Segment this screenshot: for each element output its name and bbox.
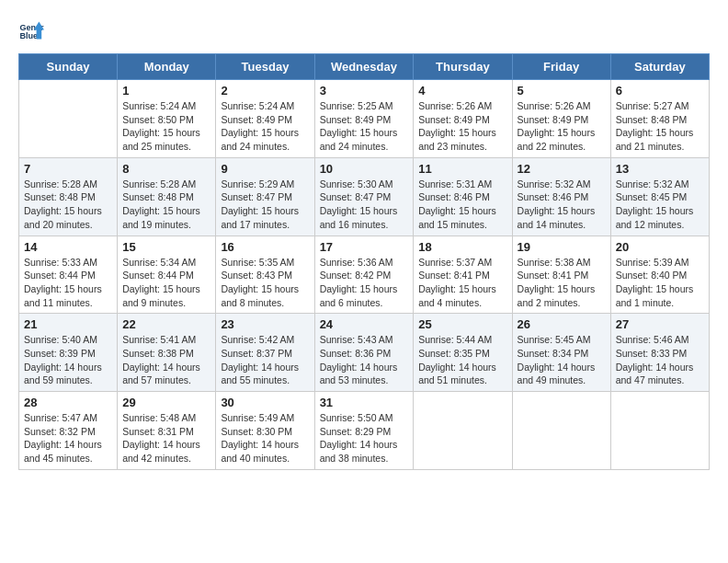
calendar-cell: 25Sunrise: 5:44 AM Sunset: 8:35 PM Dayli… <box>414 314 512 392</box>
calendar-cell: 13Sunrise: 5:32 AM Sunset: 8:45 PM Dayli… <box>610 157 709 236</box>
calendar-week-row: 7Sunrise: 5:28 AM Sunset: 8:48 PM Daylig… <box>19 157 710 236</box>
day-info: Sunrise: 5:41 AM Sunset: 8:38 PM Dayligh… <box>122 333 210 387</box>
day-info: Sunrise: 5:39 AM Sunset: 8:40 PM Dayligh… <box>616 256 704 310</box>
day-number: 14 <box>24 240 112 254</box>
calendar-week-row: 28Sunrise: 5:47 AM Sunset: 8:32 PM Dayli… <box>19 392 710 470</box>
header-area: General Blue <box>18 18 710 44</box>
day-number: 29 <box>122 396 210 409</box>
day-number: 8 <box>122 162 210 176</box>
day-info: Sunrise: 5:42 AM Sunset: 8:37 PM Dayligh… <box>221 333 309 387</box>
day-number: 18 <box>418 240 506 254</box>
calendar-week-row: 21Sunrise: 5:40 AM Sunset: 8:39 PM Dayli… <box>19 314 710 392</box>
calendar-cell: 15Sunrise: 5:34 AM Sunset: 8:44 PM Dayli… <box>118 236 216 314</box>
day-number: 27 <box>616 317 704 331</box>
calendar-cell: 31Sunrise: 5:50 AM Sunset: 8:29 PM Dayli… <box>314 392 414 470</box>
day-info: Sunrise: 5:49 AM Sunset: 8:30 PM Dayligh… <box>221 411 309 465</box>
day-info: Sunrise: 5:40 AM Sunset: 8:39 PM Dayligh… <box>24 333 112 387</box>
day-info: Sunrise: 5:30 AM Sunset: 8:47 PM Dayligh… <box>320 178 409 232</box>
weekday-header-wednesday: Wednesday <box>314 54 414 80</box>
day-info: Sunrise: 5:34 AM Sunset: 8:44 PM Dayligh… <box>122 256 210 310</box>
day-number: 12 <box>518 162 606 176</box>
day-number: 10 <box>320 162 409 176</box>
calendar-cell: 28Sunrise: 5:47 AM Sunset: 8:32 PM Dayli… <box>19 392 118 470</box>
day-info: Sunrise: 5:47 AM Sunset: 8:32 PM Dayligh… <box>24 411 112 465</box>
day-number: 11 <box>418 162 506 176</box>
day-info: Sunrise: 5:31 AM Sunset: 8:46 PM Dayligh… <box>418 178 506 232</box>
calendar-cell: 19Sunrise: 5:38 AM Sunset: 8:41 PM Dayli… <box>512 236 610 314</box>
day-number: 5 <box>518 84 606 98</box>
day-info: Sunrise: 5:46 AM Sunset: 8:33 PM Dayligh… <box>616 333 704 387</box>
day-info: Sunrise: 5:27 AM Sunset: 8:48 PM Dayligh… <box>616 99 704 154</box>
calendar-table: SundayMondayTuesdayWednesdayThursdayFrid… <box>18 53 710 470</box>
day-info: Sunrise: 5:25 AM Sunset: 8:49 PM Dayligh… <box>320 99 409 154</box>
calendar-cell: 5Sunrise: 5:26 AM Sunset: 8:49 PM Daylig… <box>512 80 610 158</box>
day-info: Sunrise: 5:28 AM Sunset: 8:48 PM Dayligh… <box>24 178 112 232</box>
day-number: 26 <box>518 317 606 331</box>
calendar-cell: 2Sunrise: 5:24 AM Sunset: 8:49 PM Daylig… <box>216 80 314 158</box>
calendar-cell: 7Sunrise: 5:28 AM Sunset: 8:48 PM Daylig… <box>19 157 118 236</box>
day-info: Sunrise: 5:28 AM Sunset: 8:48 PM Dayligh… <box>122 178 210 232</box>
calendar-cell: 1Sunrise: 5:24 AM Sunset: 8:50 PM Daylig… <box>118 80 216 158</box>
day-number: 4 <box>418 84 506 98</box>
day-number: 25 <box>418 317 506 331</box>
calendar-cell <box>512 392 610 470</box>
day-number: 1 <box>122 84 210 98</box>
calendar-cell: 16Sunrise: 5:35 AM Sunset: 8:43 PM Dayli… <box>216 236 314 314</box>
day-number: 21 <box>24 317 112 331</box>
calendar-cell: 3Sunrise: 5:25 AM Sunset: 8:49 PM Daylig… <box>314 80 414 158</box>
calendar-week-row: 1Sunrise: 5:24 AM Sunset: 8:50 PM Daylig… <box>19 80 710 158</box>
logo: General Blue <box>18 18 44 44</box>
day-info: Sunrise: 5:26 AM Sunset: 8:49 PM Dayligh… <box>518 99 606 154</box>
day-info: Sunrise: 5:24 AM Sunset: 8:49 PM Dayligh… <box>221 99 309 154</box>
weekday-header-saturday: Saturday <box>610 54 709 80</box>
logo-icon: General Blue <box>18 18 44 44</box>
day-number: 16 <box>221 240 309 254</box>
day-number: 20 <box>616 240 704 254</box>
day-info: Sunrise: 5:38 AM Sunset: 8:41 PM Dayligh… <box>518 256 606 310</box>
calendar-cell: 9Sunrise: 5:29 AM Sunset: 8:47 PM Daylig… <box>216 157 314 236</box>
day-number: 30 <box>221 396 309 409</box>
calendar-cell: 30Sunrise: 5:49 AM Sunset: 8:30 PM Dayli… <box>216 392 314 470</box>
calendar-cell: 11Sunrise: 5:31 AM Sunset: 8:46 PM Dayli… <box>414 157 512 236</box>
day-number: 15 <box>122 240 210 254</box>
day-info: Sunrise: 5:33 AM Sunset: 8:44 PM Dayligh… <box>24 256 112 310</box>
weekday-header-tuesday: Tuesday <box>216 54 314 80</box>
day-number: 6 <box>616 84 704 98</box>
weekday-header-row: SundayMondayTuesdayWednesdayThursdayFrid… <box>19 54 710 80</box>
day-number: 31 <box>320 396 409 409</box>
calendar-cell <box>19 80 118 158</box>
day-number: 19 <box>518 240 606 254</box>
calendar-cell: 23Sunrise: 5:42 AM Sunset: 8:37 PM Dayli… <box>216 314 314 392</box>
day-info: Sunrise: 5:50 AM Sunset: 8:29 PM Dayligh… <box>320 411 409 465</box>
calendar-cell: 27Sunrise: 5:46 AM Sunset: 8:33 PM Dayli… <box>610 314 709 392</box>
day-info: Sunrise: 5:35 AM Sunset: 8:43 PM Dayligh… <box>221 256 309 310</box>
calendar-week-row: 14Sunrise: 5:33 AM Sunset: 8:44 PM Dayli… <box>19 236 710 314</box>
day-info: Sunrise: 5:29 AM Sunset: 8:47 PM Dayligh… <box>221 178 309 232</box>
calendar-cell: 6Sunrise: 5:27 AM Sunset: 8:48 PM Daylig… <box>610 80 709 158</box>
day-info: Sunrise: 5:32 AM Sunset: 8:45 PM Dayligh… <box>616 178 704 232</box>
calendar-cell: 14Sunrise: 5:33 AM Sunset: 8:44 PM Dayli… <box>19 236 118 314</box>
day-number: 2 <box>221 84 309 98</box>
day-number: 7 <box>24 162 112 176</box>
day-number: 13 <box>616 162 704 176</box>
day-number: 17 <box>320 240 409 254</box>
day-number: 22 <box>122 317 210 331</box>
calendar-cell: 18Sunrise: 5:37 AM Sunset: 8:41 PM Dayli… <box>414 236 512 314</box>
day-number: 23 <box>221 317 309 331</box>
calendar-cell: 8Sunrise: 5:28 AM Sunset: 8:48 PM Daylig… <box>118 157 216 236</box>
day-number: 9 <box>221 162 309 176</box>
calendar-cell: 29Sunrise: 5:48 AM Sunset: 8:31 PM Dayli… <box>118 392 216 470</box>
weekday-header-friday: Friday <box>512 54 610 80</box>
day-info: Sunrise: 5:48 AM Sunset: 8:31 PM Dayligh… <box>122 411 210 465</box>
calendar-cell: 10Sunrise: 5:30 AM Sunset: 8:47 PM Dayli… <box>314 157 414 236</box>
calendar-cell: 12Sunrise: 5:32 AM Sunset: 8:46 PM Dayli… <box>512 157 610 236</box>
day-info: Sunrise: 5:44 AM Sunset: 8:35 PM Dayligh… <box>418 333 506 387</box>
day-info: Sunrise: 5:24 AM Sunset: 8:50 PM Dayligh… <box>122 99 210 154</box>
day-info: Sunrise: 5:45 AM Sunset: 8:34 PM Dayligh… <box>518 333 606 387</box>
day-info: Sunrise: 5:36 AM Sunset: 8:42 PM Dayligh… <box>320 256 409 310</box>
calendar-cell: 20Sunrise: 5:39 AM Sunset: 8:40 PM Dayli… <box>610 236 709 314</box>
day-number: 24 <box>320 317 409 331</box>
calendar-cell <box>610 392 709 470</box>
day-info: Sunrise: 5:37 AM Sunset: 8:41 PM Dayligh… <box>418 256 506 310</box>
calendar-cell: 22Sunrise: 5:41 AM Sunset: 8:38 PM Dayli… <box>118 314 216 392</box>
